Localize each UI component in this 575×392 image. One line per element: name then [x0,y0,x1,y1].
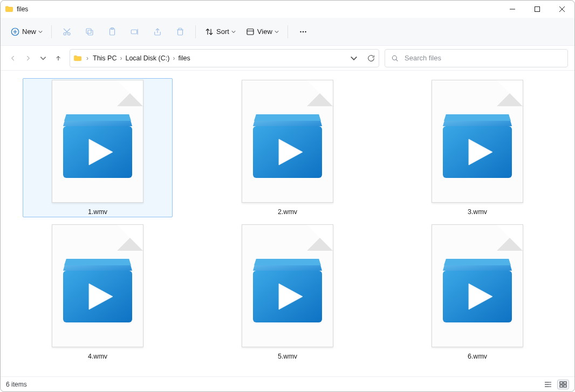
navbar: › This PC › Local Disk (C:) › files [1,46,574,71]
svg-rect-15 [131,30,137,34]
svg-line-10 [64,29,68,33]
breadcrumb-item[interactable]: files [178,54,190,62]
sort-label: Sort [216,27,229,36]
svg-point-25 [305,31,306,32]
window-controls [500,1,574,18]
delete-button[interactable] [169,22,191,42]
trash-icon [175,27,185,37]
plus-circle-icon [10,27,20,37]
svg-point-27 [392,56,396,60]
file-thumbnail [242,224,333,347]
close-button[interactable] [550,1,574,18]
file-name: 2.wmv [278,208,297,216]
scissors-icon [62,27,72,37]
search-box[interactable] [385,49,568,67]
more-icon [298,27,308,37]
svg-point-23 [300,31,301,32]
maximize-button[interactable] [525,1,550,18]
view-icon [245,27,255,37]
chevron-down-icon[interactable] [350,54,358,63]
chevron-right-icon: › [86,54,88,62]
svg-line-28 [396,59,398,61]
chevron-down-icon [38,30,43,34]
cut-button[interactable] [56,22,78,42]
svg-rect-11 [88,30,93,35]
breadcrumb-item[interactable]: Local Disk (C:) [125,54,169,62]
svg-rect-12 [86,29,91,33]
view-toggle [542,380,569,389]
folder-icon [73,54,82,63]
view-button[interactable]: View [241,22,283,42]
file-grid: 1.wmv 2.wmv [1,71,574,376]
share-button[interactable] [147,22,168,42]
back-button[interactable] [9,54,17,62]
rename-icon [130,27,140,37]
file-item[interactable]: 2.wmv [213,78,362,217]
search-input[interactable] [405,54,562,62]
svg-marker-34 [254,114,321,121]
minimize-button[interactable] [500,1,525,18]
file-name: 5.wmv [278,353,297,360]
details-view-button[interactable] [542,380,554,389]
chevron-right-icon: › [173,54,175,62]
folder-icon [5,5,13,13]
rename-button[interactable] [124,22,146,42]
more-button[interactable] [292,22,314,42]
paste-button[interactable] [101,22,123,42]
chevron-down-icon [231,30,236,34]
chevron-right-icon: › [120,54,122,62]
svg-rect-18 [178,30,183,35]
up-button[interactable] [54,54,62,62]
file-thumbnail [242,80,333,203]
chevron-down-icon [275,30,279,34]
svg-rect-57 [564,382,566,384]
svg-rect-59 [564,385,566,387]
thumbnails-view-button[interactable] [557,380,569,389]
breadcrumb-item[interactable]: This PC [93,54,117,62]
svg-marker-42 [64,259,131,265]
svg-marker-50 [444,259,511,265]
file-thumbnail [52,80,143,203]
sort-button[interactable]: Sort [200,22,240,42]
titlebar: files [1,1,574,18]
svg-marker-46 [254,259,321,265]
svg-line-9 [66,29,70,33]
address-bar[interactable]: › This PC › Local Disk (C:) › files [70,49,379,67]
toolbar: New Sort View [1,18,574,46]
file-thumbnail [432,80,523,203]
file-item[interactable]: 1.wmv [23,78,173,217]
clipboard-icon [107,27,117,37]
view-label: View [257,27,272,36]
copy-button[interactable] [79,22,100,42]
svg-marker-30 [64,114,131,121]
new-label: New [22,27,36,36]
svg-rect-56 [560,382,563,384]
forward-button[interactable] [24,54,32,62]
file-item[interactable]: 6.wmv [402,223,552,362]
file-item[interactable]: 5.wmv [213,223,362,362]
file-item[interactable]: 3.wmv [402,78,552,217]
search-icon [391,54,399,63]
file-name: 3.wmv [468,208,487,216]
breadcrumb: This PC › Local Disk (C:) › files [93,54,190,62]
window-title: files [17,5,28,13]
file-item[interactable]: 4.wmv [23,223,173,362]
svg-marker-38 [444,114,511,121]
copy-icon [85,27,94,37]
file-thumbnail [52,224,143,347]
status-items-count: 6 items [6,381,27,388]
new-button[interactable]: New [6,22,47,42]
file-thumbnail [432,224,523,347]
svg-rect-1 [535,7,540,12]
file-name: 4.wmv [88,353,107,360]
sort-icon [204,27,214,37]
svg-rect-58 [560,385,563,387]
recent-button[interactable] [39,54,47,62]
svg-rect-21 [247,29,254,35]
file-name: 1.wmv [88,208,107,216]
file-name: 6.wmv [468,353,487,360]
svg-point-24 [303,31,304,32]
status-bar: 6 items [1,376,574,391]
refresh-icon[interactable] [367,54,375,63]
share-icon [153,27,162,37]
